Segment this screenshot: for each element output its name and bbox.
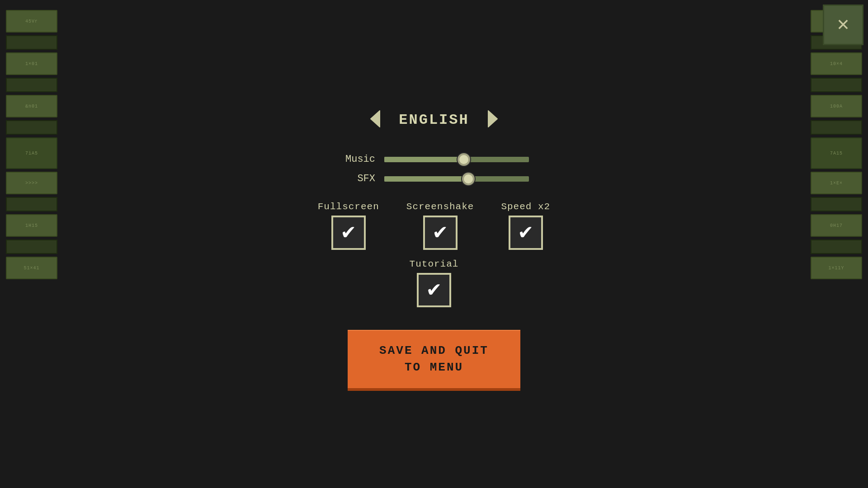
screenshake-item: Screenshake ✔: [406, 202, 474, 250]
svg-marker-0: [371, 111, 380, 127]
fullscreen-item: Fullscreen ✔: [318, 202, 379, 250]
left-deco-sub-4: [6, 197, 57, 211]
right-deco-7: 1×11Y: [811, 257, 862, 279]
right-decoration: vCA 10×4 100A 7A15 1×E× 0H17 1×11Y: [805, 0, 868, 488]
tutorial-checkmark: ✔: [428, 279, 441, 301]
left-deco-5: >>>>: [6, 172, 57, 194]
sfx-slider-row: SFX: [339, 173, 529, 184]
close-icon: ✕: [837, 15, 849, 35]
right-deco-3: 100A: [811, 95, 862, 117]
screenshake-checkbox[interactable]: ✔: [423, 216, 458, 250]
save-quit-line1: SAVE AND QUIT: [379, 344, 489, 357]
tutorial-label: Tutorial: [410, 259, 459, 269]
left-deco-4: 7iA5: [6, 137, 57, 169]
language-prev-button[interactable]: [365, 109, 385, 131]
checkboxes-row: Fullscreen ✔ Screenshake ✔ Speed x2 ✔: [318, 202, 550, 250]
left-deco-1: 45Vr: [6, 10, 57, 33]
left-deco-7: 51×41: [6, 257, 57, 279]
right-deco-sub-2: [811, 78, 862, 92]
sfx-slider[interactable]: [384, 176, 529, 182]
music-label: Music: [339, 154, 375, 165]
language-next-button[interactable]: [483, 109, 503, 131]
settings-panel: ENGLISH Music SFX Fullscreen ✔: [63, 0, 805, 488]
sfx-label: SFX: [339, 173, 375, 184]
fullscreen-checkbox[interactable]: ✔: [331, 216, 366, 250]
right-deco-5: 1×E×: [811, 172, 862, 194]
save-quit-button[interactable]: SAVE AND QUIT TO MENU: [348, 330, 520, 388]
screenshake-label: Screenshake: [406, 202, 474, 212]
right-deco-4: 7A15: [811, 137, 862, 169]
left-deco-2: 1×01: [6, 52, 57, 75]
left-deco-sub-3: [6, 120, 57, 135]
right-deco-sub-4: [811, 197, 862, 211]
left-deco-sub-5: [6, 239, 57, 254]
screenshake-checkmark: ✔: [434, 222, 447, 244]
music-slider[interactable]: [384, 157, 529, 162]
music-slider-row: Music: [339, 154, 529, 165]
speedx2-checkbox[interactable]: ✔: [509, 216, 543, 250]
left-decoration: 45Vr 1×01 &n01 7iA5 >>>> 1H15 51×41: [0, 0, 63, 488]
tutorial-checkbox[interactable]: ✔: [417, 273, 451, 307]
close-button[interactable]: ✕: [823, 5, 863, 45]
left-deco-3: &n01: [6, 95, 57, 117]
language-label: ENGLISH: [399, 112, 469, 128]
left-deco-sub-1: [6, 35, 57, 50]
right-deco-6: 0H17: [811, 214, 862, 237]
right-deco-sub-5: [811, 239, 862, 254]
fullscreen-checkmark: ✔: [342, 222, 355, 244]
svg-marker-1: [488, 111, 497, 127]
right-deco-2: 10×4: [811, 52, 862, 75]
fullscreen-label: Fullscreen: [318, 202, 379, 212]
speedx2-checkmark: ✔: [519, 222, 532, 244]
left-deco-sub-2: [6, 78, 57, 92]
language-selector: ENGLISH: [365, 109, 502, 131]
speedx2-item: Speed x2 ✔: [501, 202, 550, 250]
speedx2-label: Speed x2: [501, 202, 550, 212]
left-deco-6: 1H15: [6, 214, 57, 237]
tutorial-row: Tutorial ✔: [410, 259, 459, 307]
save-quit-line2: TO MENU: [405, 361, 463, 374]
right-deco-sub-3: [811, 120, 862, 135]
